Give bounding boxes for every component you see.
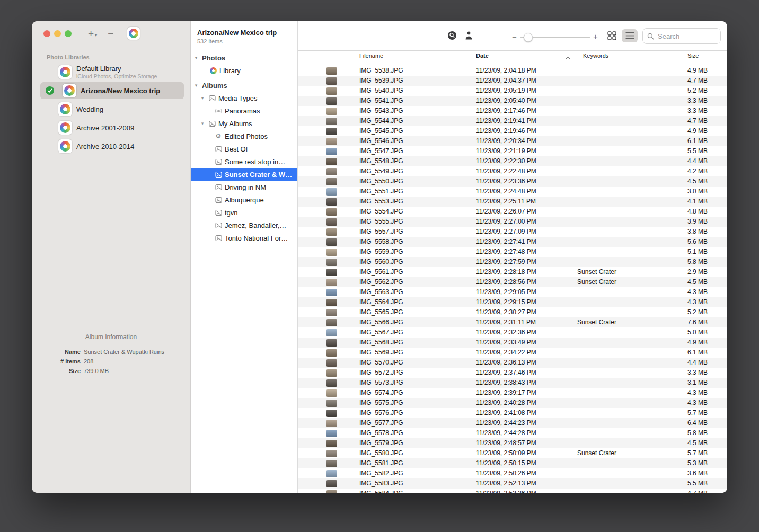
date-cell: 11/23/09, 2:27:09 PM [476,227,536,237]
album-tree-item[interactable]: ⚙Edited Photos [191,130,297,143]
photos-app-button[interactable] [127,27,140,40]
table-row[interactable]: IMG_5584.JPG11/23/09, 2:53:36 PM4.7 MB [298,489,727,493]
table-row[interactable]: IMG_5561.JPG11/23/09, 2:28:18 PMSunset C… [298,267,727,277]
photos-pinwheel-icon [60,141,70,152]
photo-thumbnail [322,428,341,438]
library-title: Arizona/New Mexico trip [197,29,297,37]
close-button[interactable] [43,30,50,37]
chevron-down-icon[interactable]: ▾ [199,121,206,126]
people-button[interactable] [464,31,473,42]
photo-thumbnail [322,126,341,136]
table-row[interactable]: IMG_5538.JPG11/23/09, 2:04:18 PM4.9 MB [298,66,727,76]
table-row[interactable]: IMG_5558.JPG11/23/09, 2:27:41 PM5.6 MB [298,237,727,247]
table-row[interactable]: IMG_5574.JPG11/23/09, 2:39:17 PM4.3 MB [298,388,727,398]
table-row[interactable]: IMG_5554.JPG11/23/09, 2:26:07 PM4.8 MB [298,207,727,217]
table-row[interactable]: IMG_5570.JPG11/23/09, 2:36:13 PM4.4 MB [298,358,727,368]
date-cell: 11/23/09, 2:30:27 PM [476,307,536,317]
find-duplicates-button[interactable] [447,31,457,42]
library-item-text: Arizona/New Mexico trip [81,87,160,95]
library-item[interactable]: Arizona/New Mexico trip [40,82,184,99]
table-row[interactable]: IMG_5555.JPG11/23/09, 2:27:00 PM3.9 MB [298,217,727,227]
table-row[interactable]: IMG_5575.JPG11/23/09, 2:40:28 PM4.3 MB [298,398,727,408]
minimize-button[interactable] [54,30,61,37]
thumbnail-image [326,379,337,387]
table-row[interactable]: IMG_5583.JPG11/23/09, 2:52:13 PM5.5 MB [298,478,727,489]
table-row[interactable]: IMG_5566.JPG11/23/09, 2:31:11 PMSunset C… [298,317,727,327]
album-tree-item[interactable]: Driving in NM [191,181,297,193]
column-header-date[interactable]: Date [476,51,489,61]
table-row[interactable]: IMG_5568.JPG11/23/09, 2:33:49 PM4.9 MB [298,338,727,348]
library-item[interactable]: Archive 2001-2009 [40,119,184,136]
table-row[interactable]: IMG_5562.JPG11/23/09, 2:28:56 PMSunset C… [298,277,727,287]
album-info-value: 208 [84,357,93,366]
table-row[interactable]: IMG_5560.JPG11/23/09, 2:27:59 PM5.8 MB [298,257,727,267]
filename-cell: IMG_5573.JPG [359,378,403,388]
album-tree-item[interactable]: ▾Photos [191,51,297,64]
table-row[interactable]: IMG_5546.JPG11/23/09, 2:20:34 PM6.1 MB [298,136,727,146]
table-row[interactable]: IMG_5565.JPG11/23/09, 2:30:27 PM5.2 MB [298,307,727,317]
table-row[interactable]: IMG_5564.JPG11/23/09, 2:29:15 PM4.3 MB [298,297,727,307]
table-row[interactable]: IMG_5563.JPG11/23/09, 2:29:05 PM4.3 MB [298,287,727,297]
table-row[interactable]: IMG_5548.JPG11/23/09, 2:22:30 PM4.4 MB [298,156,727,166]
add-library-button[interactable]: + ▾ [88,29,97,39]
table-row[interactable]: IMG_5547.JPG11/23/09, 2:21:19 PM5.5 MB [298,146,727,156]
album-tree-item[interactable]: tgvn [191,206,297,219]
album-tree-item[interactable]: Tonto National For… [191,232,297,244]
zoom-slider-knob[interactable] [524,33,533,42]
table-row[interactable]: IMG_5559.JPG11/23/09, 2:27:48 PM5.1 MB [298,247,727,257]
table-row[interactable]: IMG_5550.JPG11/23/09, 2:23:36 PM4.5 MB [298,176,727,187]
table-row[interactable]: IMG_5545.JPG11/23/09, 2:19:46 PM4.9 MB [298,126,727,136]
table-row[interactable]: IMG_5544.JPG11/23/09, 2:19:41 PM4.7 MB [298,116,727,126]
zoom-button[interactable] [65,30,72,37]
grid-view-button[interactable] [604,29,620,42]
column-header-keywords[interactable]: Keywords [583,51,608,61]
photo-thumbnail [322,408,341,418]
library-item[interactable]: Wedding [40,101,184,118]
table-row[interactable]: IMG_5576.JPG11/23/09, 2:41:08 PM5.7 MB [298,408,727,418]
table-row[interactable]: IMG_5551.JPG11/23/09, 2:24:48 PM3.0 MB [298,187,727,197]
list-view-button[interactable] [622,29,638,42]
column-header-filename[interactable]: Filename [359,51,383,61]
table-row[interactable]: IMG_5540.JPG11/23/09, 2:05:19 PM5.2 MB [298,86,727,96]
table-row[interactable]: IMG_5569.JPG11/23/09, 2:34:22 PM6.1 MB [298,348,727,358]
remove-library-button[interactable]: − [108,29,113,39]
album-tree-item[interactable]: Library [191,64,297,77]
library-item[interactable]: Archive 2010-2014 [40,138,184,155]
table-row[interactable]: IMG_5557.JPG11/23/09, 2:27:09 PM3.8 MB [298,227,727,237]
album-tree-item[interactable]: Sunset Crater & W… [191,168,297,181]
photo-thumbnail [322,207,341,217]
album-tree-item[interactable]: Best Of [191,143,297,155]
filename-cell: IMG_5570.JPG [359,358,403,368]
zoom-out-icon[interactable]: − [512,33,517,41]
chevron-down-icon[interactable]: ▾ [193,55,199,60]
table-row[interactable]: IMG_5579.JPG11/23/09, 2:48:57 PM4.5 MB [298,438,727,448]
table-row[interactable]: IMG_5553.JPG11/23/09, 2:25:11 PM4.1 MB [298,197,727,207]
search-input[interactable] [657,32,716,41]
table-row[interactable]: IMG_5539.JPG11/23/09, 2:04:37 PM4.7 MB [298,76,727,86]
album-tree-item[interactable]: Albuquerque [191,193,297,206]
library-item[interactable]: Default LibraryiCloud Photos, Optimize S… [40,64,184,81]
table-row[interactable]: IMG_5541.JPG11/23/09, 2:05:40 PM3.3 MB [298,96,727,106]
chevron-down-icon[interactable]: ▾ [193,83,199,88]
table-row[interactable]: IMG_5549.JPG11/23/09, 2:22:48 PM4.2 MB [298,166,727,176]
album-tree-item[interactable]: Some rest stop in… [191,155,297,168]
album-tree-item[interactable]: Panoramas [191,104,297,117]
zoom-in-icon[interactable]: + [593,32,598,40]
chevron-down-icon[interactable]: ▾ [199,95,206,101]
album-tree-item[interactable]: ▾Albums [191,79,297,92]
table-row[interactable]: IMG_5580.JPG11/23/09, 2:50:09 PMSunset C… [298,448,727,458]
table-row[interactable]: IMG_5573.JPG11/23/09, 2:38:43 PM3.1 MB [298,378,727,388]
album-tree-item[interactable]: Jemez, Bandalier,… [191,219,297,232]
album-tree-item[interactable]: ▾Media Types [191,92,297,104]
table-row[interactable]: IMG_5572.JPG11/23/09, 2:37:46 PM3.3 MB [298,368,727,378]
table-row[interactable]: IMG_5582.JPG11/23/09, 2:50:26 PM3.6 MB [298,468,727,478]
table-row[interactable]: IMG_5567.JPG11/23/09, 2:32:36 PM5.0 MB [298,327,727,338]
table-row[interactable]: IMG_5578.JPG11/23/09, 2:44:28 PM5.8 MB [298,428,727,438]
table-row[interactable]: IMG_5543.JPG11/23/09, 2:17:46 PM3.3 MB [298,106,727,116]
table-row[interactable]: IMG_5581.JPG11/23/09, 2:50:15 PM5.3 MB [298,458,727,468]
album-tree-item[interactable]: ▾My Albums [191,117,297,130]
column-header-size[interactable]: Size [687,51,699,61]
date-cell: 11/23/09, 2:29:15 PM [476,297,536,307]
table-row[interactable]: IMG_5577.JPG11/23/09, 2:44:23 PM6.4 MB [298,418,727,428]
filename-cell: IMG_5562.JPG [359,277,403,287]
